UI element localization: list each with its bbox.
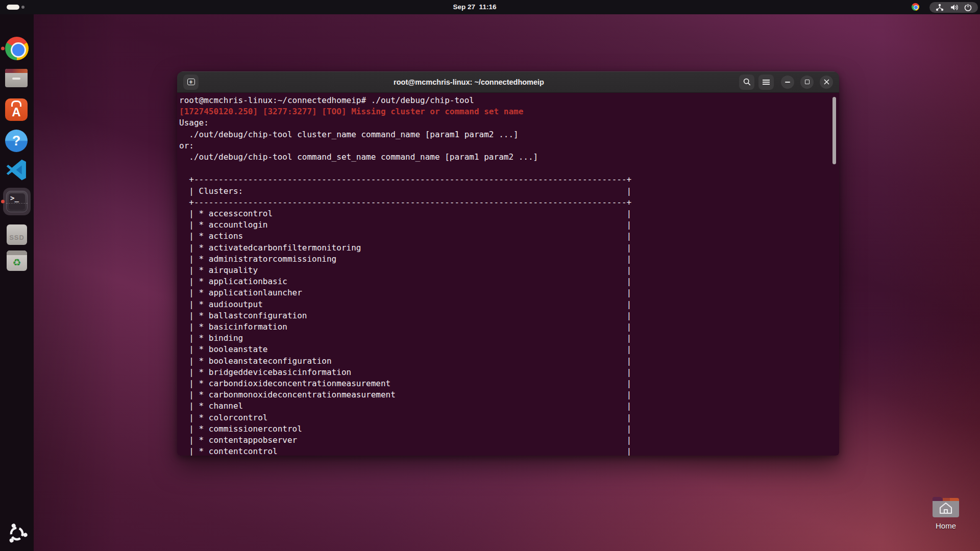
terminal-window: root@mcmchris-linux: ~/connectedhomeip r… (177, 71, 839, 456)
help-icon: ? (5, 130, 28, 152)
minimize-button[interactable] (781, 76, 794, 89)
trash-icon: ♻ (7, 251, 27, 271)
terminal-line: Usage: (179, 117, 839, 129)
close-button[interactable] (820, 76, 833, 89)
terminal-content[interactable]: root@mcmchris-linux:~/connectedhomeip# .… (177, 93, 839, 456)
terminal-line: | * bridgeddevicebasicinformation | (179, 367, 839, 378)
terminal-line: | * administratorcommissioning | (179, 254, 839, 265)
terminal-line: | * carbondioxideconcentrationmeasuremen… (179, 378, 839, 389)
terminal-line: | Clusters: | (179, 186, 839, 197)
terminal-line: | * contentappobserver | (179, 435, 839, 446)
terminal-line: | * accountlogin | (179, 219, 839, 231)
dock-item-help[interactable]: ? (5, 129, 29, 153)
search-button[interactable] (739, 74, 754, 90)
dock-item-ssd-drive[interactable]: SSD (5, 223, 29, 246)
hamburger-menu-icon (763, 80, 770, 85)
terminal-line: | * colorcontrol | (179, 412, 839, 423)
terminal-icon: >_ (6, 191, 28, 212)
help-glyph: ? (12, 133, 21, 149)
software-letter: A (12, 106, 20, 121)
maximize-button[interactable] (800, 76, 814, 89)
terminal-line: | * booleanstate | (179, 344, 839, 355)
terminal-line: | * basicinformation | (179, 321, 839, 333)
dock-item-software[interactable]: A (5, 98, 29, 121)
network-nodes-icon (936, 4, 944, 11)
terminal-line: | * commissionercontrol | (179, 423, 839, 435)
terminal-line: root@mcmchris-linux:~/connectedhomeip# .… (179, 95, 839, 106)
chrome-icon (5, 37, 29, 60)
terminal-line: | * booleanstateconfiguration | (179, 356, 839, 367)
terminal-line: | * airquality | (179, 265, 839, 276)
terminal-line: ./out/debug/chip-tool cluster_name comma… (179, 129, 839, 140)
running-indicator (1, 200, 5, 204)
home-label: Home (928, 521, 963, 530)
close-icon (824, 79, 829, 85)
terminal-line (179, 163, 839, 174)
headerbar[interactable]: root@mcmchris-linux: ~/connectedhomeip (177, 71, 839, 93)
menu-button[interactable] (758, 74, 774, 90)
desktop-home-shortcut[interactable]: Home (928, 495, 963, 530)
maximize-icon (805, 80, 810, 84)
dock-item-files[interactable] (5, 66, 29, 90)
terminal-line: | * binding | (179, 333, 839, 344)
scrollbar-thumb[interactable] (832, 97, 836, 164)
terminal-line: or: (179, 140, 839, 152)
terminal-line: | * carbonmonoxideconcentrationmeasureme… (179, 389, 839, 400)
new-tab-icon (187, 79, 195, 85)
show-apps-ubuntu-logo-icon[interactable] (7, 523, 27, 544)
ssd-label: SSD (9, 234, 24, 245)
new-tab-button[interactable] (183, 74, 199, 90)
running-indicator (1, 47, 5, 51)
chrome-notification-icon[interactable] (912, 3, 919, 11)
system-tray[interactable] (929, 2, 978, 13)
ssd-drive-icon: SSD (7, 224, 27, 245)
terminal-line: +---------------------------------------… (179, 197, 839, 208)
software-icon: A (5, 98, 28, 121)
workspace-indicator-pill[interactable] (7, 5, 19, 10)
terminal-line: ./out/debug/chip-tool command_set_name c… (179, 152, 839, 163)
dock-item-trash[interactable]: ♻ (5, 249, 29, 272)
terminal-line: +---------------------------------------… (179, 174, 839, 185)
terminal-line: | * contentcontrol | (179, 446, 839, 456)
terminal-prompt-glyph: >_ (10, 194, 19, 202)
dock-item-terminal[interactable]: >_ (3, 188, 31, 215)
dock-item-vscode[interactable] (5, 158, 29, 182)
top-bar: Sep 27 11:16 (0, 0, 980, 14)
terminal-line: | * channel | (179, 400, 839, 412)
minimize-icon (785, 82, 790, 83)
terminal-line: | * activatedcarbonfiltermonitoring | (179, 242, 839, 254)
power-icon (964, 4, 972, 11)
terminal-line: | * applicationbasic | (179, 276, 839, 287)
terminal-line: | * actions | (179, 231, 839, 242)
terminal-line: | * accesscontrol | (179, 208, 839, 219)
dock-separator (6, 203, 28, 204)
terminal-line: [1727450120.250] [3277:3277] [TOO] Missi… (179, 106, 839, 117)
dock: A ? >_ SSD ♻ (0, 14, 34, 551)
clock[interactable]: Sep 27 11:16 (453, 0, 497, 14)
window-title: root@mcmchris-linux: ~/connectedhomeip (199, 78, 739, 86)
workspace-indicator-dot[interactable] (21, 6, 24, 9)
search-icon (743, 78, 751, 86)
terminal-line: | * audiooutput | (179, 299, 839, 310)
vscode-icon (5, 158, 29, 182)
terminal-line: | * applicationlauncher | (179, 287, 839, 298)
recycle-glyph: ♻ (12, 258, 21, 267)
home-folder-icon (932, 495, 960, 518)
dock-item-chrome[interactable] (5, 37, 29, 60)
terminal-line: | * ballastconfiguration | (179, 310, 839, 321)
files-icon (5, 69, 28, 87)
terminal-output: root@mcmchris-linux:~/connectedhomeip# .… (179, 95, 839, 456)
volume-icon (950, 4, 959, 11)
